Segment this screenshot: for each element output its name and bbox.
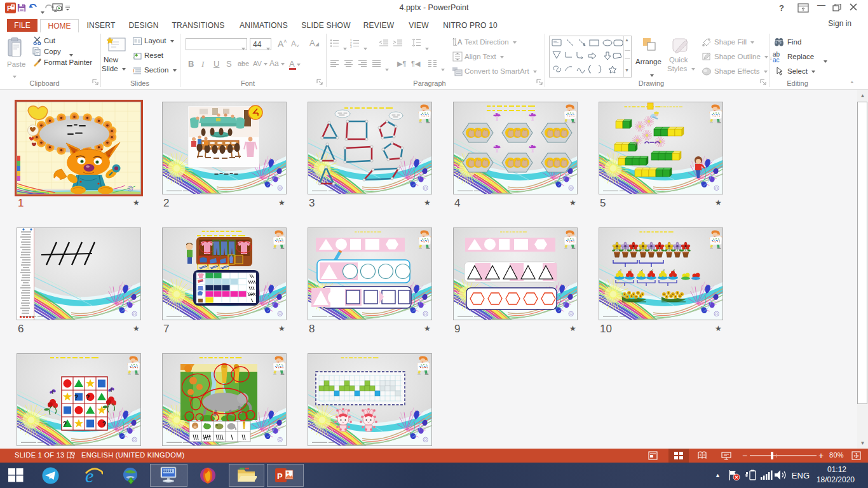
svg-text:?: ? bbox=[86, 393, 90, 401]
svg-text:A: A bbox=[458, 38, 463, 46]
svg-text:3: 3 bbox=[350, 45, 352, 48]
svg-text:?: ? bbox=[74, 393, 78, 401]
svg-text:?: ? bbox=[102, 420, 106, 428]
svg-text:?: ? bbox=[63, 420, 67, 428]
svg-text:P: P bbox=[277, 471, 283, 481]
